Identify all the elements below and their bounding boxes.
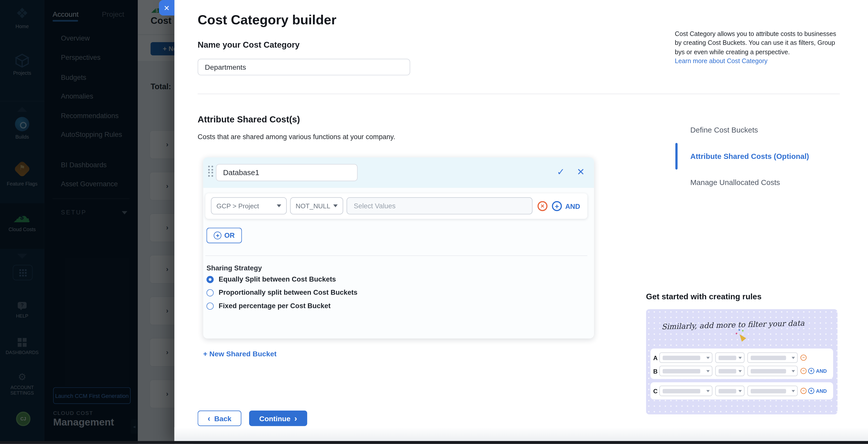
- plus-icon: +: [808, 388, 814, 394]
- or-label: OR: [224, 232, 235, 239]
- new-shared-bucket-button[interactable]: + New Shared Bucket: [203, 350, 277, 358]
- continue-button[interactable]: Continue ›: [249, 411, 307, 426]
- shared-bucket-card: ✓ ✕ GCP > Project NOT_NULL ✕ + AND: [203, 157, 594, 338]
- and-condition-button[interactable]: AND: [565, 203, 580, 211]
- stepper-active-bar: [675, 143, 677, 170]
- app-root: ❖ Home Projects Builds ⚑ Feature Flags ☁…: [0, 0, 868, 444]
- radio-equally-split[interactable]: Equally Split between Cost Buckets: [206, 275, 336, 284]
- chevron-down-icon: [277, 205, 281, 207]
- info-text: Cost Category allows you to attribute co…: [675, 29, 840, 57]
- add-condition-icon[interactable]: +: [552, 201, 562, 211]
- operator-dropdown-value: NOT_NULL: [296, 202, 330, 210]
- radio-unselected-icon: [206, 302, 213, 309]
- shared-costs-description: Costs that are shared among various func…: [197, 133, 395, 141]
- bucket-name-input[interactable]: [216, 164, 358, 181]
- learn-more-link[interactable]: Learn more about Cost Category: [675, 57, 840, 66]
- illustration-rule-card: C − + AND: [650, 382, 833, 399]
- close-icon: ✕: [163, 4, 169, 12]
- chevron-left-icon: ‹: [208, 415, 210, 421]
- drawer-title: Cost Category builder: [197, 12, 336, 28]
- illustration-row: C − + AND: [650, 386, 833, 396]
- chevron-down-icon: [333, 205, 338, 207]
- dimension-dropdown-value: GCP > Project: [216, 202, 259, 210]
- minus-icon: −: [800, 355, 806, 361]
- get-started-heading: Get started with creating rules: [646, 292, 762, 301]
- delete-bucket-icon[interactable]: ✕: [577, 166, 585, 177]
- info-panel: Cost Category allows you to attribute co…: [675, 29, 840, 66]
- party-popper-icon: [737, 332, 746, 342]
- illustration-row: B − + AND: [650, 366, 833, 376]
- illustration-rule-card: A − B − + AND: [650, 349, 833, 379]
- bucket-card-header: ✓ ✕: [203, 157, 594, 188]
- card-divider: [205, 256, 587, 256]
- cost-category-name-input[interactable]: [197, 59, 410, 76]
- dimension-dropdown[interactable]: GCP > Project: [211, 197, 287, 214]
- sharing-strategy-label: Sharing Strategy: [206, 264, 262, 272]
- plus-icon: +: [808, 368, 814, 374]
- illustration-note: Similarly, add more to filter your data: [661, 318, 804, 331]
- back-button[interactable]: ‹ Back: [197, 411, 241, 426]
- name-field-label: Name your Cost Category: [197, 40, 300, 49]
- stepper-manage-unallocated-costs[interactable]: Manage Unallocated Costs: [690, 178, 780, 187]
- stepper-define-cost-buckets[interactable]: Define Cost Buckets: [690, 126, 758, 134]
- filter-condition-row: GCP > Project NOT_NULL ✕ + AND: [205, 194, 587, 219]
- shared-costs-heading: Attribute Shared Cost(s): [197, 115, 300, 125]
- confirm-bucket-icon[interactable]: ✓: [557, 166, 565, 177]
- remove-condition-icon[interactable]: ✕: [537, 201, 548, 211]
- bottom-edge-bar: [0, 441, 868, 444]
- plus-icon: +: [214, 232, 222, 239]
- cost-category-builder-drawer: Cost Category builder Name your Cost Cat…: [175, 0, 868, 444]
- or-condition-button[interactable]: + OR: [206, 228, 242, 243]
- minus-icon: −: [800, 388, 806, 394]
- radio-proportionally-split[interactable]: Proportionally split between Cost Bucket…: [206, 288, 357, 297]
- chevron-right-icon: ›: [294, 415, 297, 421]
- select-values-input[interactable]: [347, 197, 533, 214]
- section-divider: [197, 93, 840, 94]
- minus-icon: −: [800, 368, 806, 374]
- radio-selected-icon: [206, 276, 213, 283]
- rules-illustration: Similarly, add more to filter your data …: [646, 309, 837, 414]
- radio-fixed-percentage[interactable]: Fixed percentage per Cost Bucket: [206, 301, 331, 310]
- stepper-attribute-shared-costs[interactable]: Attribute Shared Costs (Optional): [690, 152, 809, 161]
- plus-icon: +: [203, 350, 207, 358]
- drag-handle-icon[interactable]: [208, 166, 213, 177]
- operator-dropdown[interactable]: NOT_NULL: [290, 197, 343, 214]
- drawer-close-button[interactable]: ✕: [159, 0, 174, 16]
- radio-unselected-icon: [206, 289, 213, 296]
- illustration-row: A −: [650, 352, 833, 363]
